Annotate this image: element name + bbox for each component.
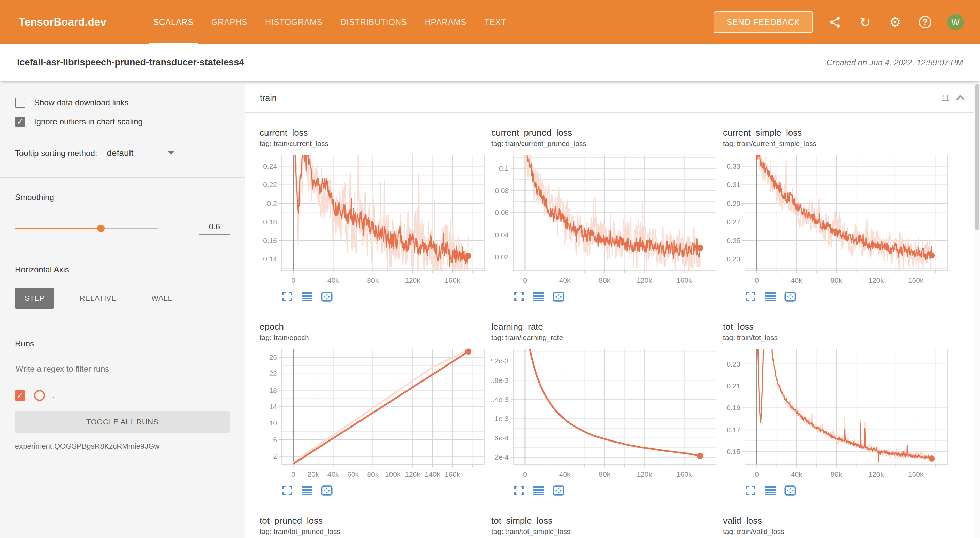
- svg-text:160k: 160k: [908, 276, 924, 284]
- svg-text:120k: 120k: [405, 276, 420, 284]
- app-bar: TensorBoard.dev SCALARSGRAPHSHISTOGRAMSD…: [0, 0, 980, 44]
- chart-actions: [745, 485, 949, 496]
- svg-text:0.33: 0.33: [727, 162, 740, 170]
- toggle-y-axis-icon[interactable]: [301, 485, 313, 496]
- runs-filter-input[interactable]: [15, 362, 230, 378]
- horizontal-axis-buttons: STEP RELATIVE WALL: [15, 288, 230, 308]
- fit-domain-icon[interactable]: [784, 291, 796, 302]
- fit-domain-icon[interactable]: [784, 485, 796, 496]
- chart-card-learning_rate: learning_rate tag: train/learning_rate 2…: [492, 321, 718, 496]
- svg-text:22: 22: [269, 370, 277, 377]
- svg-text:0.23: 0.23: [727, 360, 740, 368]
- show-download-links-row[interactable]: Show data download links: [15, 97, 230, 108]
- tab-scalars[interactable]: SCALARS: [145, 0, 202, 44]
- refresh-icon[interactable]: ↻: [858, 14, 873, 30]
- chart-tag: tag: train/epoch: [260, 334, 486, 342]
- fullscreen-icon[interactable]: [745, 485, 756, 496]
- help-icon[interactable]: ?: [917, 14, 933, 30]
- fullscreen-icon[interactable]: [745, 291, 756, 302]
- run-name: .: [52, 391, 55, 400]
- chart-plot[interactable]: 0.020.040.060.080.1040k80k120k160k: [492, 150, 718, 287]
- toggle-y-axis-icon[interactable]: [765, 485, 776, 496]
- chevron-up-icon[interactable]: [956, 94, 965, 102]
- chart-plot[interactable]: 2e-46e-41e-31.4e-31.8e-32.2e-3040k80k120…: [492, 344, 718, 481]
- help-circle: ?: [919, 16, 931, 28]
- nav-tabs: SCALARSGRAPHSHISTOGRAMSDISTRIBUTIONSHPAR…: [145, 0, 515, 44]
- fit-domain-icon[interactable]: [321, 485, 332, 496]
- toggle-y-axis-icon[interactable]: [765, 291, 776, 302]
- fullscreen-icon[interactable]: [282, 291, 293, 302]
- fit-domain-icon[interactable]: [553, 291, 564, 302]
- smoothing-slider[interactable]: [15, 228, 158, 229]
- show-download-links-checkbox[interactable]: [15, 97, 25, 108]
- toggle-y-axis-icon[interactable]: [533, 485, 544, 496]
- scrollbar[interactable]: [974, 81, 980, 538]
- svg-text:2.2e-3: 2.2e-3: [492, 357, 509, 365]
- svg-text:160k: 160k: [676, 276, 692, 284]
- ignore-outliers-row[interactable]: ✓ Ignore outliers in chart scaling: [15, 117, 230, 127]
- svg-text:0.16: 0.16: [263, 236, 277, 244]
- toggle-y-axis-icon[interactable]: [533, 291, 544, 302]
- send-feedback-button[interactable]: SEND FEEDBACK: [714, 11, 813, 33]
- tab-text[interactable]: TEXT: [475, 0, 515, 44]
- page-title: icefall-asr-librispeech-pruned-transduce…: [17, 57, 244, 68]
- smoothing-slider-thumb[interactable]: [97, 225, 105, 232]
- train-panel-count: 11: [942, 94, 949, 103]
- axis-step-button[interactable]: STEP: [15, 288, 54, 308]
- chart-tag: tag: train/current_pruned_loss: [492, 139, 718, 148]
- run-checkbox[interactable]: ✓: [15, 390, 25, 401]
- svg-text:80k: 80k: [367, 276, 379, 284]
- fullscreen-icon[interactable]: [513, 291, 525, 302]
- chart-title: tot_pruned_loss: [260, 516, 486, 526]
- svg-text:0.21: 0.21: [727, 382, 740, 390]
- app-logo: TensorBoard.dev: [19, 16, 106, 28]
- svg-text:0.29: 0.29: [727, 200, 740, 207]
- svg-text:40k: 40k: [559, 276, 571, 284]
- toggle-all-runs-button[interactable]: TOGGLE ALL RUNS: [15, 411, 230, 433]
- smoothing-slider-fill: [15, 228, 101, 229]
- axis-relative-button[interactable]: RELATIVE: [70, 288, 126, 308]
- axis-wall-button[interactable]: WALL: [142, 288, 181, 308]
- svg-text:14: 14: [269, 403, 277, 410]
- tooltip-sorting-label: Tooltip sorting method:: [15, 148, 97, 158]
- svg-text:1.4e-3: 1.4e-3: [492, 396, 509, 403]
- chart-title: valid_loss: [723, 516, 949, 526]
- svg-text:140k: 140k: [425, 470, 441, 478]
- chart-card-tot_pruned_loss: tot_pruned_loss tag: train/tot_pruned_lo…: [260, 516, 486, 536]
- tab-histograms[interactable]: HISTOGRAMS: [256, 0, 332, 44]
- chart-card-current_pruned_loss: current_pruned_loss tag: train/current_p…: [492, 128, 718, 302]
- chart-plot[interactable]: 261014182226020k40k60k80k100k120k140k160…: [260, 344, 486, 481]
- fullscreen-icon[interactable]: [513, 485, 525, 496]
- fit-domain-icon[interactable]: [553, 485, 564, 496]
- smoothing-value: 0.6: [199, 222, 230, 235]
- chart-plot[interactable]: 0.140.160.180.20.220.24040k80k120k160k: [260, 150, 486, 287]
- train-panel-header[interactable]: train 11: [245, 84, 980, 112]
- chart-tag: tag: train/tot_pruned_loss: [260, 527, 486, 536]
- tab-hparams[interactable]: HPARAMS: [416, 0, 476, 44]
- svg-text:160k: 160k: [676, 470, 692, 478]
- avatar[interactable]: W: [947, 14, 964, 30]
- svg-text:1e-3: 1e-3: [495, 415, 509, 422]
- svg-text:0.22: 0.22: [263, 181, 277, 188]
- svg-text:80k: 80k: [599, 276, 610, 284]
- chart-plot[interactable]: 0.150.170.190.210.23040k80k120k160k: [723, 344, 949, 481]
- chart-tag: tag: train/current_simple_loss: [723, 139, 949, 148]
- gear-icon[interactable]: ⚙: [887, 14, 903, 30]
- ignore-outliers-checkbox[interactable]: ✓: [15, 117, 25, 127]
- fullscreen-icon[interactable]: [282, 485, 293, 496]
- train-card: train 11 current_loss tag: train/current…: [245, 84, 980, 538]
- scrollbar-thumb[interactable]: [975, 84, 979, 230]
- chart-title: tot_simple_loss: [492, 516, 718, 526]
- svg-text:0.31: 0.31: [727, 181, 740, 188]
- chart-plot[interactable]: 0.230.250.270.290.310.33040k80k120k160k: [723, 150, 949, 287]
- fit-domain-icon[interactable]: [321, 291, 332, 302]
- toggle-y-axis-icon[interactable]: [301, 291, 313, 302]
- run-row[interactable]: ✓ .: [15, 390, 230, 401]
- tab-graphs[interactable]: GRAPHS: [202, 0, 256, 44]
- tooltip-sorting-select[interactable]: default: [105, 148, 176, 162]
- svg-text:0.23: 0.23: [727, 255, 740, 263]
- content: Show data download links ✓ Ignore outlie…: [0, 81, 980, 538]
- chart-actions: [513, 291, 718, 302]
- share-icon[interactable]: [827, 14, 843, 30]
- tab-distributions[interactable]: DISTRIBUTIONS: [332, 0, 416, 44]
